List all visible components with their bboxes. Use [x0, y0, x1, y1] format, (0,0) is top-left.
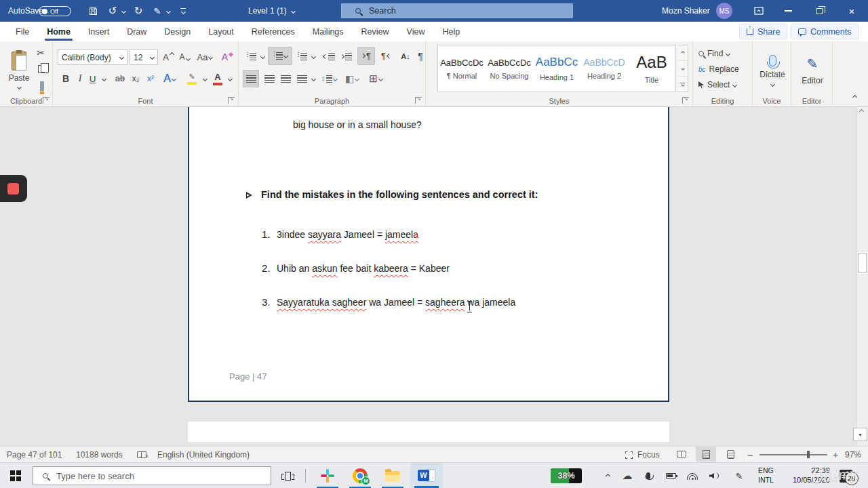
- find-button[interactable]: Find: [698, 47, 750, 60]
- align-right-button[interactable]: [278, 70, 293, 87]
- underline-dropdown[interactable]: [100, 71, 108, 86]
- bold-button[interactable]: B: [60, 71, 72, 86]
- bullets-dropdown[interactable]: [258, 48, 267, 64]
- justify-button[interactable]: [294, 70, 309, 87]
- subscript-button[interactable]: x₂: [129, 71, 142, 86]
- autosave-toggle[interactable]: Off: [39, 6, 71, 16]
- borders-button[interactable]: ⊞: [366, 70, 385, 87]
- next-page-edge[interactable]: [188, 422, 669, 442]
- bullets-button[interactable]: [243, 48, 258, 64]
- search-input[interactable]: Search: [341, 3, 573, 18]
- comments-button[interactable]: Comments: [791, 24, 859, 39]
- clipboard-dialog-launcher[interactable]: [43, 97, 50, 104]
- multilevel-dropdown[interactable]: [309, 48, 317, 64]
- taskbar-app-word[interactable]: W: [410, 463, 443, 488]
- cut-button[interactable]: ✂: [34, 47, 47, 59]
- scroll-down-button[interactable]: ▼: [853, 428, 867, 441]
- zoom-level[interactable]: 97%: [845, 447, 861, 463]
- taskbar-app-slack[interactable]: [313, 463, 342, 488]
- tray-ink-workspace[interactable]: ✎: [731, 463, 747, 488]
- format-painter-button[interactable]: [36, 79, 48, 93]
- dictate-button[interactable]: Dictate: [757, 45, 788, 96]
- collapse-ribbon-button[interactable]: [849, 92, 860, 102]
- font-color-button[interactable]: A: [210, 71, 225, 86]
- tray-expand-button[interactable]: [599, 463, 616, 488]
- minimize-button[interactable]: [774, 0, 802, 22]
- numbering-button[interactable]: [268, 47, 292, 65]
- doc-list-item-2[interactable]: 2.Uhib an askun fee bait kabeera = Kabee…: [262, 262, 450, 274]
- tab-view[interactable]: View: [398, 22, 434, 41]
- zoom-in-button[interactable]: +: [833, 447, 838, 463]
- style-heading-1[interactable]: AaBbCcHeading 1: [533, 45, 580, 92]
- taskbar-app-explorer[interactable]: [378, 463, 408, 488]
- tab-review[interactable]: Review: [353, 22, 398, 41]
- language-switcher[interactable]: ENG INTL: [758, 466, 774, 485]
- close-button[interactable]: ×: [837, 0, 867, 22]
- paragraph-dialog-launcher[interactable]: [415, 97, 422, 104]
- tab-references[interactable]: References: [243, 22, 304, 41]
- tab-draw[interactable]: Draw: [118, 22, 155, 41]
- tray-battery[interactable]: [662, 463, 679, 488]
- document-title[interactable]: Level 1 (1): [248, 0, 295, 22]
- touch-mode-dropdown[interactable]: [164, 0, 172, 22]
- tab-insert[interactable]: Insert: [79, 22, 118, 41]
- sort-button[interactable]: A↓: [397, 48, 414, 64]
- select-button[interactable]: Select: [698, 79, 750, 91]
- tab-design[interactable]: Design: [155, 22, 199, 41]
- print-layout-button[interactable]: [696, 447, 716, 462]
- scroll-thumb[interactable]: [859, 253, 867, 273]
- undo-dropdown[interactable]: [119, 0, 127, 22]
- clear-formatting-button[interactable]: A: [220, 49, 235, 64]
- focus-button[interactable]: Focus: [625, 447, 660, 463]
- read-mode-button[interactable]: [671, 447, 692, 462]
- customize-qat-button[interactable]: [178, 0, 189, 22]
- increase-indent-button[interactable]: [338, 48, 353, 64]
- recording-stop-overlay[interactable]: [0, 175, 27, 202]
- tray-volume[interactable]: [705, 463, 723, 488]
- font-dialog-launcher[interactable]: [228, 97, 235, 104]
- multilevel-list-button[interactable]: [294, 48, 309, 64]
- account-name[interactable]: Mozn Shaker: [662, 0, 710, 22]
- decrease-indent-button[interactable]: [321, 48, 336, 64]
- paste-button[interactable]: Paste: [5, 45, 33, 94]
- replace-button[interactable]: bcReplace: [698, 63, 750, 75]
- tab-file[interactable]: File: [7, 22, 38, 41]
- styles-scroll-up[interactable]: [677, 45, 688, 61]
- text-effects-button[interactable]: A: [161, 71, 178, 86]
- zoom-slider[interactable]: [760, 447, 827, 463]
- font-name-select[interactable]: Calibri (Body): [58, 49, 127, 65]
- styles-more-button[interactable]: [677, 77, 688, 92]
- zoom-out-button[interactable]: −: [747, 447, 753, 463]
- word-count[interactable]: 10188 words: [76, 447, 123, 463]
- grow-font-button[interactable]: A: [161, 49, 176, 64]
- redo-button[interactable]: ↻: [132, 0, 145, 22]
- action-center-button[interactable]: 28: [835, 463, 856, 488]
- style-title[interactable]: AaBTitle: [628, 45, 675, 92]
- restore-button[interactable]: [806, 0, 833, 22]
- doc-list-item-1[interactable]: 1.3indee sayyara Jameel = jameela: [262, 228, 418, 240]
- font-color-dropdown[interactable]: [226, 71, 234, 86]
- avatar[interactable]: MS: [716, 3, 732, 19]
- ltr-direction-button[interactable]: ¶: [357, 47, 375, 65]
- task-view-button[interactable]: [274, 463, 301, 488]
- style-normal[interactable]: AaBbCcDc¶ Normal: [438, 45, 486, 92]
- tab-layout[interactable]: Layout: [199, 22, 243, 41]
- ribbon-display-options-button[interactable]: [749, 0, 769, 22]
- tab-help[interactable]: Help: [433, 22, 469, 41]
- proofing-errors-button[interactable]: ×: [137, 447, 146, 463]
- align-left-button[interactable]: [243, 70, 259, 87]
- highlight-dropdown[interactable]: [201, 71, 209, 86]
- align-center-button[interactable]: [262, 70, 277, 87]
- italic-button[interactable]: I: [75, 71, 85, 86]
- tab-mailings[interactable]: Mailings: [304, 22, 353, 41]
- doc-list-item-3[interactable]: 3.Sayyaratuka sagheer wa Jameel = saghee…: [262, 296, 515, 308]
- tray-wifi[interactable]: [684, 463, 701, 488]
- vertical-scrollbar[interactable]: ▼: [856, 107, 868, 446]
- styles-dialog-launcher[interactable]: [682, 97, 689, 104]
- document-page[interactable]: big house or in a small house? Find the …: [188, 107, 669, 402]
- doc-intro-line[interactable]: big house or in a small house?: [293, 119, 422, 130]
- tray-onedrive[interactable]: ☁: [618, 463, 636, 488]
- show-marks-button[interactable]: ¶: [415, 48, 426, 64]
- share-button[interactable]: Share: [739, 24, 787, 39]
- doc-prompt-line[interactable]: Find the mistakes in the following sente…: [261, 189, 538, 200]
